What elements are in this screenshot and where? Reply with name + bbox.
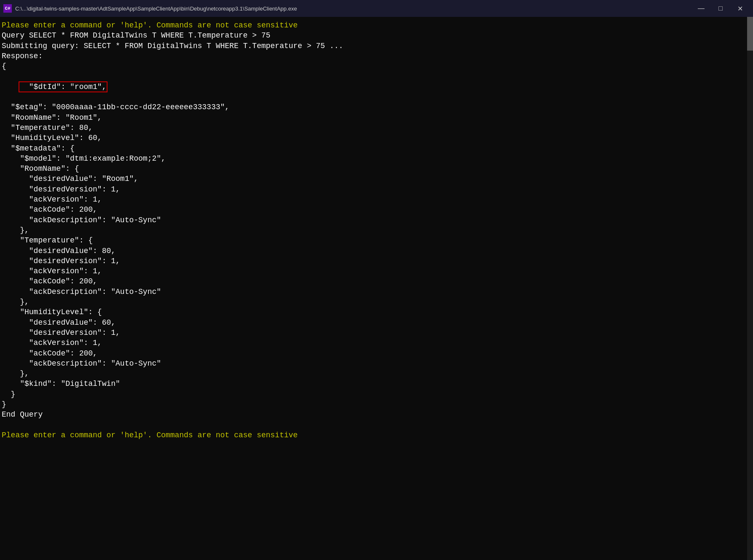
terminal-line-39: Please enter a command or 'help'. Comman… bbox=[2, 430, 751, 440]
terminal-line-35: } bbox=[2, 389, 751, 399]
terminal-line-15: "desiredVersion": 1, bbox=[2, 184, 751, 194]
terminal-line-4: Response: bbox=[2, 51, 751, 61]
terminal-line-37: End Query bbox=[2, 409, 751, 420]
terminal-line-25: "ackDescription": "Auto-Sync" bbox=[2, 287, 751, 297]
terminal-line-23: "ackVersion": 1, bbox=[2, 266, 751, 276]
terminal-line-26: }, bbox=[2, 297, 751, 307]
terminal-line-8: "RoomName": "Room1", bbox=[2, 113, 751, 123]
terminal-line-20: "Temperature": { bbox=[2, 235, 751, 245]
window-controls: — □ ✕ bbox=[691, 0, 750, 17]
terminal-line-10: "HumidityLevel": 60, bbox=[2, 133, 751, 143]
minimize-button[interactable]: — bbox=[691, 0, 711, 17]
terminal-line-33: }, bbox=[2, 369, 751, 379]
terminal-line-11: "$metadata": { bbox=[2, 143, 751, 153]
terminal-line-6: "$dtId": "room1", bbox=[2, 71, 751, 102]
terminal-line-7: "$etag": "0000aaaa-11bb-cccc-dd22-eeeeee… bbox=[2, 102, 751, 112]
terminal-line-28: "desiredValue": 60, bbox=[2, 318, 751, 328]
terminal-line-16: "ackVersion": 1, bbox=[2, 194, 751, 205]
title-bar: C# C:\...\digital-twins-samples-master\A… bbox=[0, 0, 753, 17]
terminal-line-36: } bbox=[2, 399, 751, 409]
terminal-line-13: "RoomName": { bbox=[2, 164, 751, 174]
terminal-line-5: { bbox=[2, 61, 751, 71]
terminal-line-24: "ackCode": 200, bbox=[2, 276, 751, 286]
terminal-line-19: }, bbox=[2, 225, 751, 235]
terminal-line-17: "ackCode": 200, bbox=[2, 205, 751, 215]
terminal-line-3: Submitting query: SELECT * FROM DigitalT… bbox=[2, 41, 751, 51]
app-icon: C# bbox=[3, 4, 12, 13]
terminal-line-1: Please enter a command or 'help'. Comman… bbox=[2, 20, 751, 30]
window-title: C:\...\digital-twins-samples-master\AdtS… bbox=[15, 5, 691, 12]
terminal-line-18: "ackDescription": "Auto-Sync" bbox=[2, 215, 751, 225]
terminal-body: Please enter a command or 'help'. Comman… bbox=[0, 17, 753, 560]
highlighted-dtid: "$dtId": "room1", bbox=[20, 83, 106, 91]
terminal-line-14: "desiredValue": "Room1", bbox=[2, 174, 751, 184]
scrollbar[interactable] bbox=[747, 17, 753, 560]
terminal-line-31: "ackCode": 200, bbox=[2, 348, 751, 358]
terminal-line-21: "desiredValue": 80, bbox=[2, 246, 751, 256]
terminal-line-2: Query SELECT * FROM DigitalTwins T WHERE… bbox=[2, 30, 751, 40]
terminal-line-22: "desiredVersion": 1, bbox=[2, 256, 751, 266]
terminal-line-34: "$kind": "DigitalTwin" bbox=[2, 379, 751, 389]
terminal-line-29: "desiredVersion": 1, bbox=[2, 328, 751, 338]
terminal-line-9: "Temperature": 80, bbox=[2, 123, 751, 133]
close-button[interactable]: ✕ bbox=[730, 0, 750, 17]
scrollbar-thumb[interactable] bbox=[747, 17, 753, 51]
terminal-line-32: "ackDescription": "Auto-Sync" bbox=[2, 358, 751, 369]
maximize-button[interactable]: □ bbox=[711, 0, 730, 17]
terminal-line-12: "$model": "dtmi:example:Room;2", bbox=[2, 153, 751, 164]
terminal-line-38 bbox=[2, 420, 751, 430]
terminal-line-30: "ackVersion": 1, bbox=[2, 338, 751, 348]
terminal-line-27: "HumidityLevel": { bbox=[2, 307, 751, 317]
